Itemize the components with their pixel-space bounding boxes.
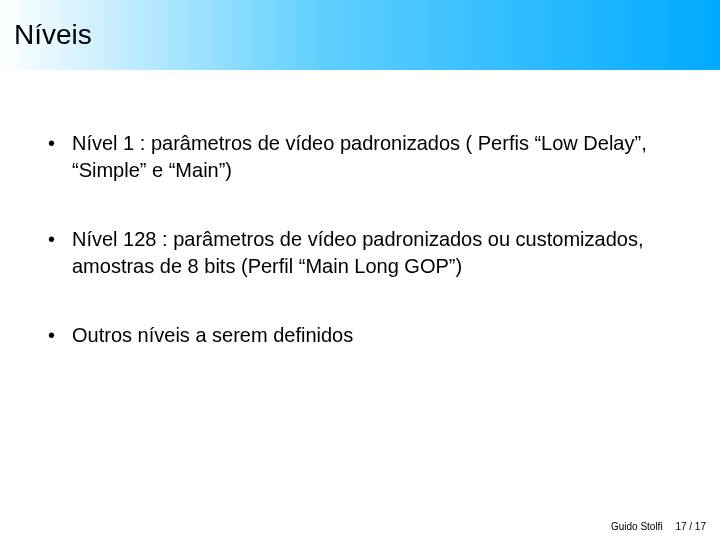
bullet-text: Nível 1 : parâmetros de vídeo padronizad…	[72, 132, 647, 181]
footer-page-number: 17 / 17	[675, 521, 706, 532]
footer-author: Guido Stolfi	[611, 521, 663, 532]
bullet-list: Nível 1 : parâmetros de vídeo padronizad…	[42, 130, 678, 349]
slide-footer: Guido Stolfi 17 / 17	[611, 521, 706, 532]
slide-title: Níveis	[14, 19, 92, 51]
list-item: Nível 128 : parâmetros de vídeo padroniz…	[42, 226, 678, 280]
list-item: Nível 1 : parâmetros de vídeo padronizad…	[42, 130, 678, 184]
list-item: Outros níveis a serem definidos	[42, 322, 678, 349]
bullet-text: Outros níveis a serem definidos	[72, 324, 353, 346]
title-bar: Níveis	[0, 0, 720, 70]
slide-content: Nível 1 : parâmetros de vídeo padronizad…	[0, 70, 720, 349]
bullet-text: Nível 128 : parâmetros de vídeo padroniz…	[72, 228, 643, 277]
